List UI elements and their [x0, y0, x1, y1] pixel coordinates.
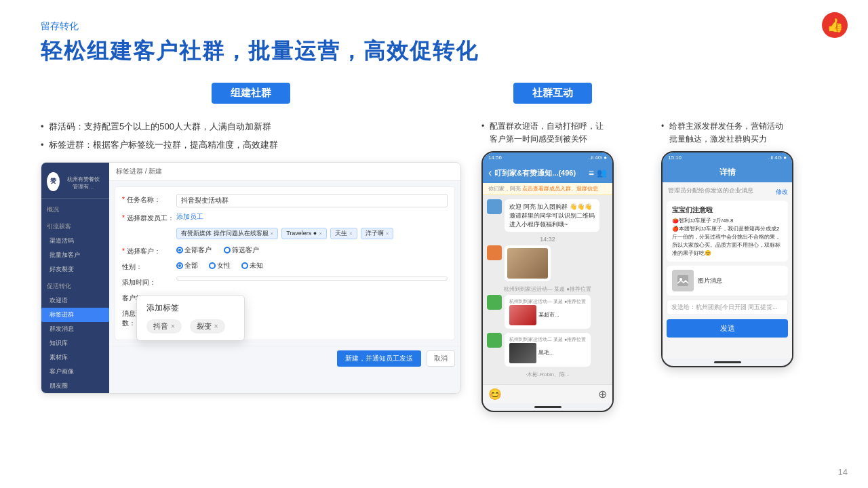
chat-card-2: 杭州到到家运活动二 某超 ●推荐位置 黑毛...: [487, 333, 608, 367]
chat-bubble-card2: 杭州到到家运活动二 某超 ●推荐位置 黑毛...: [505, 333, 591, 367]
subtitle: 留存转化: [41, 20, 827, 33]
radio-all-customers[interactable]: 全部客户: [176, 245, 212, 255]
bullet-1: 群活码：支持配置5个以上的500人大群，人满自动加新群: [41, 120, 461, 134]
time-label: 添加时间：: [122, 277, 176, 287]
card-img-2: [509, 343, 536, 363]
staff-tag-1: 有赞新媒体 操作问题从在线客服 ×: [176, 228, 278, 239]
menu-item-assets[interactable]: 素材库: [41, 350, 109, 365]
chat-msg-img: [487, 245, 608, 281]
phone2-card-title: 宝宝们注意啦: [672, 205, 783, 215]
tag-popup-tag-1[interactable]: 抖音 ×: [146, 319, 182, 333]
time-input[interactable]: [176, 277, 448, 281]
customer-label: 选择客户：: [122, 245, 176, 256]
radio-gender-all-dot: [176, 262, 183, 269]
home-indicator-1: [534, 406, 561, 408]
radio-gender-all[interactable]: 全部: [176, 261, 198, 270]
menu-item-tag-group[interactable]: 标签进群: [41, 308, 109, 322]
phone1-chat-footer: 😊 ⊕: [483, 384, 612, 403]
phone1-status-bar: 14:56 ..il 4G ●: [483, 152, 612, 163]
menu-icon[interactable]: ≡: [589, 167, 594, 178]
phone2-image-card: 图片消息: [667, 266, 788, 296]
staff-tag-3: 天生 ×: [330, 228, 357, 239]
page-title: 轻松组建客户社群，批量运营，高效促转化: [41, 37, 827, 66]
phone2-body: 管理员分配给你发送的企业消息 修改 宝宝们注意啦 🍅智利JJ车厘子 2斤/49.…: [663, 182, 792, 359]
chat-location-label-1: 杭州到到家运活动— 某超 ●推荐位置: [487, 285, 608, 293]
task-name-input[interactable]: 抖音裂变活动群: [176, 194, 448, 207]
people-icon[interactable]: 👥: [597, 168, 607, 178]
left-section: 群活码：支持配置5个以上的500人大群，人满自动加新群 标签进群：根据客户标签统…: [41, 120, 461, 394]
tag-popup: 添加标签 抖音 × 裂变 ×: [136, 295, 245, 341]
menu-item-batch[interactable]: 批量加客户: [41, 248, 109, 262]
menu-item-broadcast[interactable]: 群发消息: [41, 322, 109, 336]
radio-all-dot: [176, 247, 183, 253]
gender-label: 性别：: [122, 261, 176, 272]
staff-tag-4: 洋子啊 ×: [361, 228, 394, 239]
chat-avatar-4: [487, 333, 502, 348]
crm-main-area: 标签进群 / 新建 任务名称： 抖音裂变活动群 选择群发: [109, 163, 460, 393]
menu-item-welcome[interactable]: 欢迎语: [41, 293, 109, 308]
phone1-notice: 你们家，阿亮 点击查看群成员入群、退群信息: [483, 183, 612, 195]
radio-select-dot: [224, 247, 231, 253]
panel1-bullet-1: 配置群欢迎语，自动打招呼，让客户第一时间感受到被关怀: [481, 120, 648, 146]
phone2-send-button[interactable]: 发送: [667, 319, 788, 338]
left-bullet-list: 群活码：支持配置5个以上的500人大群，人满自动加新群 标签进群：根据客户标签统…: [41, 120, 461, 152]
tag-popup-tag-2[interactable]: 裂变 ×: [190, 319, 225, 333]
radio-gender-unknown-dot: [241, 262, 248, 269]
crm-app-mockup: 赞 杭州有赞餐饮管理有... 概况 引流获客 渠道活码 批量加客户 好友裂变 促…: [41, 162, 461, 394]
tag-popup-title: 添加标签: [146, 302, 235, 314]
bullet-2: 标签进群：根据客户标签统一拉群，提高精准度，高效建群: [41, 138, 461, 152]
phone2-status-bar: 15:10 ..il 4G ●: [663, 152, 792, 163]
back-arrow-icon[interactable]: ‹: [488, 167, 492, 179]
crm-breadcrumb: 标签进群 / 新建: [109, 163, 460, 181]
panel2-bullet-list: 给群主派发群发任务，营销活动批量触达，激发社群购买力: [661, 120, 827, 146]
phone2-footer: 发送给：杭州团购[今日开团 周五提货... 发送: [667, 300, 788, 338]
menu-item-moments[interactable]: 朋友圈: [41, 379, 109, 393]
staff-tags-spacer: [122, 228, 176, 229]
menu-item-knowledge[interactable]: 知识库: [41, 336, 109, 350]
phone2-img-icon: [672, 270, 694, 291]
phone1-header: ‹ 叮到家&有赞通知...(496) ≡ 👥: [483, 163, 612, 183]
menu-item-profile[interactable]: 客户画像: [41, 365, 109, 379]
badge-group-interact: 社群互动: [513, 83, 592, 104]
chat-time-1: 14:32: [487, 236, 608, 243]
radio-select-customers[interactable]: 筛选客户: [224, 245, 259, 255]
page-number: 14: [838, 467, 848, 477]
thumbs-up-icon: 👍: [822, 12, 848, 38]
home-indicator-2: [714, 361, 741, 363]
confirm-button[interactable]: 新建，并通知员工发送: [337, 350, 421, 367]
panel1-bullet-list: 配置群欢迎语，自动打招呼，让客户第一时间感受到被关怀: [481, 120, 648, 146]
chat-image-1: [507, 248, 548, 279]
badge-build-group: 组建社群: [212, 83, 290, 104]
chat-msg-welcome: 欢迎 阿亮 加入团购群 👋👋👋 邀请群里的同学可以识别二维码进入小程序领福利哦~: [487, 199, 608, 232]
menu-item-channel[interactable]: 渠道活码: [41, 234, 109, 248]
chat-avatar-1: [487, 199, 502, 214]
add-icon[interactable]: ⊕: [598, 388, 607, 401]
cancel-button[interactable]: 取消: [427, 350, 455, 367]
phone1-body: 欢迎 阿亮 加入团购群 👋👋👋 邀请群里的同学可以识别二维码进入小程序领福利哦~…: [483, 195, 612, 384]
phone2-footer-text: 发送给：杭州团购[今日开团 周五提货...: [667, 300, 788, 315]
staff-tag-2: Travelers ● ×: [281, 228, 327, 239]
menu-item-workbench[interactable]: 工作台: [41, 393, 109, 394]
menu-section-convert: 促活转化: [41, 279, 109, 293]
add-staff-link[interactable]: 添加员工: [176, 213, 203, 220]
chat-avatar-3: [487, 295, 502, 310]
phone2-img-label: 图片消息: [698, 277, 722, 286]
chat-participants: ·木彬-Robin、陈...: [487, 371, 608, 378]
page: 👍 留存转化 轻松组建客户社群，批量运营，高效促转化 组建社群 社群互动 群活码…: [0, 0, 868, 488]
radio-gender-unknown[interactable]: 未知: [241, 261, 263, 270]
chat-bubble-card1: 杭州到到家运活动— 某超 ●推荐位置 某超市...: [505, 295, 591, 329]
menu-item-referral[interactable]: 好友裂变: [41, 262, 109, 277]
phone1-mockup: 14:56 ..il 4G ● ‹ 叮到家&有赞通知...(496) ≡ 👥 你…: [481, 151, 614, 411]
radio-gender-female-dot: [209, 262, 216, 269]
chat-bubble-welcome: 欢迎 阿亮 加入团购群 👋👋👋 邀请群里的同学可以识别二维码进入小程序领福利哦~: [505, 199, 599, 232]
emoji-icon[interactable]: 😊: [488, 388, 502, 401]
radio-gender-female[interactable]: 女性: [209, 261, 231, 270]
chat-avatar-2: [487, 245, 502, 260]
phone2-mockup: 15:10 ..il 4G ● ‹ 详情 管理员分配给你发送的企业消息 修改: [661, 151, 793, 367]
right-section: 配置群欢迎语，自动打招呼，让客户第一时间感受到被关怀 14:56 ..il 4G…: [481, 120, 827, 412]
phone2-edit-link[interactable]: 修改: [776, 188, 788, 197]
staff-label: 选择群发员工：: [122, 212, 176, 223]
phone2-header: ‹ 详情: [663, 163, 792, 182]
task-name-label: 任务名称：: [122, 194, 176, 205]
sidebar-logo: 赞: [47, 172, 60, 191]
